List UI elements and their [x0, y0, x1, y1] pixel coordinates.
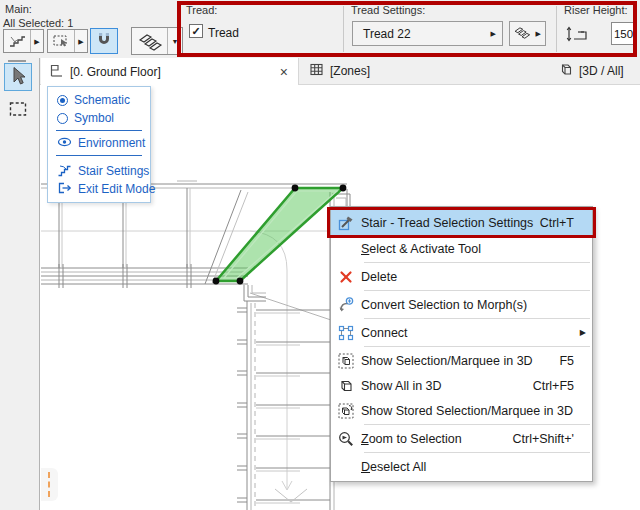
menu-item-label: Show All in 3D: [361, 379, 442, 393]
archicad-window: Main: All Selected: 1 ▶ ▶: [0, 0, 640, 510]
menu-item-show-stored-selection-marquee-in-3d[interactable]: Show Stored Selection/Marquee in 3D: [331, 398, 592, 423]
option-symbol[interactable]: Symbol: [48, 109, 150, 127]
option-label: Stair Settings: [78, 164, 149, 178]
menu-item-convert-selection-to-morphs[interactable]: Convert Selection to Morph(s): [331, 292, 592, 317]
radio-icon: [57, 113, 68, 124]
menu-item-shortcut: F5: [559, 354, 592, 368]
dropdown-arrow-icon: ▶: [536, 30, 541, 37]
menu-item-shortcut: Ctrl+T: [540, 216, 592, 230]
tread-tool-button[interactable]: ▼: [131, 27, 183, 55]
exit-icon: [57, 181, 72, 198]
menu-item-delete[interactable]: Delete: [331, 264, 592, 289]
menu-separator: [364, 346, 590, 347]
tread-settings-dropdown[interactable]: Tread 22 ▶: [352, 21, 503, 46]
floor-plan-tab-icon: [49, 63, 64, 81]
eye-icon: [57, 136, 72, 151]
selection-status: All Selected: 1: [3, 17, 73, 29]
menu-item-zoom-to-selection[interactable]: Zoom to Selection Ctrl+Shift+': [331, 426, 592, 451]
magnet-icon: [95, 30, 113, 52]
dropdown-arrow-icon: ▶: [491, 30, 496, 37]
riser-height-input[interactable]: [611, 22, 636, 45]
selection-handle[interactable]: [340, 185, 347, 192]
option-label: Symbol: [74, 111, 114, 125]
option-label: Exit Edit Mode: [78, 182, 155, 196]
check-icon: ✓: [191, 25, 200, 38]
tread-checkbox[interactable]: ✓: [189, 24, 203, 38]
select-stair-button[interactable]: ▶: [3, 29, 44, 53]
menu-item-label: Connect: [361, 326, 408, 340]
zoom-magnifier-icon: [331, 431, 361, 447]
selection-handle[interactable]: [292, 185, 299, 192]
menu-separator: [364, 262, 590, 263]
cube-3d-icon: [331, 378, 361, 394]
section-divider: [556, 6, 557, 52]
connect-nodes-icon: [331, 325, 361, 341]
menu-item-shortcut: Ctrl+Shift+': [513, 432, 592, 446]
menu-separator: [364, 318, 590, 319]
settings-hammer-icon: [331, 215, 361, 231]
convert-morph-icon: [331, 297, 361, 313]
panel-divider: [56, 155, 142, 156]
cube-3d-tab-icon: [558, 62, 573, 80]
top-toolbar: Main: All Selected: 1 ▶ ▶: [0, 0, 640, 59]
tread-settings-value: Tread 22: [353, 27, 411, 41]
zones-grid-icon: [309, 62, 324, 80]
tread-tool-dropdown[interactable]: ▼: [168, 28, 182, 54]
tab-bar: [0. Ground Floor] × [Zones] [3D / All]: [40, 58, 640, 85]
menu-item-stair-tread-selection-settings[interactable]: Stair - Tread Selection Settings Ctrl+T: [331, 209, 592, 236]
orange-dash-icon: [48, 472, 50, 497]
tab-zones[interactable]: [Zones]: [300, 58, 450, 84]
treads-small-icon: [513, 24, 531, 43]
menu-item-connect[interactable]: Connect ▶: [331, 320, 592, 345]
menu-item-label: Delete: [361, 270, 397, 284]
tread-geometry-button[interactable]: ▶: [509, 21, 546, 46]
menu-item-show-all-in-3d[interactable]: Show All in 3D Ctrl+F5: [331, 373, 592, 398]
show-stored-3d-icon: [331, 403, 361, 419]
marquee-select-button[interactable]: ▶: [47, 29, 88, 53]
treads-icon: [132, 28, 167, 54]
menu-item-label: Zoom to Selection: [361, 432, 462, 446]
panel-flyout-handle[interactable]: [41, 468, 58, 501]
delete-x-icon: [331, 270, 361, 284]
menu-separator: [364, 290, 590, 291]
marquee-tool-button[interactable]: [4, 97, 32, 125]
stair-edit-mode-panel: Schematic Symbol Environment Stair Setti…: [47, 86, 151, 203]
tab-label: [3D / All]: [579, 64, 624, 78]
riser-height-label: Riser Height:: [564, 4, 628, 16]
menu-item-label: Deselect All: [361, 460, 426, 474]
menu-item-label: Show Selection/Marquee in 3D: [361, 354, 533, 368]
selection-handle[interactable]: [213, 278, 220, 285]
tread-settings-label: Tread Settings:: [351, 4, 425, 16]
panel-divider: [56, 130, 142, 131]
menu-item-show-selection-marquee-in-3d[interactable]: Show Selection/Marquee in 3D F5: [331, 348, 592, 373]
option-schematic[interactable]: Schematic: [48, 91, 150, 109]
option-exit-edit-mode[interactable]: Exit Edit Mode: [48, 180, 150, 198]
riser-height-icon: [565, 25, 591, 47]
toolbar-grip[interactable]: [8, 60, 26, 62]
menu-item-select-activate-tool[interactable]: Select & Activate Tool: [331, 236, 592, 261]
tab-label: [Zones]: [330, 64, 370, 78]
option-label: Schematic: [74, 93, 130, 107]
menu-separator: [364, 452, 590, 453]
magnet-toggle-button[interactable]: [90, 28, 118, 54]
tab-label: [0. Ground Floor]: [70, 65, 161, 79]
context-menu: Stair - Tread Selection Settings Ctrl+T …: [330, 206, 593, 482]
tread-section-label: Tread:: [186, 4, 217, 16]
marquee-dropdown[interactable]: ▶: [75, 30, 87, 52]
submenu-arrow-icon: ▶: [580, 328, 586, 337]
menu-item-deselect-all[interactable]: Deselect All: [331, 454, 592, 479]
close-tab-icon[interactable]: ×: [280, 65, 288, 79]
tab-ground-floor[interactable]: [0. Ground Floor] ×: [41, 58, 299, 85]
menu-item-label: Select & Activate Tool: [361, 242, 481, 256]
arrow-tool-button[interactable]: [4, 63, 32, 91]
option-environment[interactable]: Environment: [48, 134, 150, 152]
stair-settings-small-icon: [57, 163, 72, 180]
cursor-arrow-icon: [8, 65, 28, 89]
selection-handle[interactable]: [237, 278, 244, 285]
tab-3d-all[interactable]: [3D / All]: [558, 58, 640, 84]
option-label: Environment: [78, 136, 145, 150]
option-stair-settings[interactable]: Stair Settings: [48, 162, 150, 180]
left-tool-strip: [0, 58, 40, 510]
radio-selected-icon: [57, 95, 68, 106]
select-stair-dropdown[interactable]: ▶: [31, 30, 43, 52]
